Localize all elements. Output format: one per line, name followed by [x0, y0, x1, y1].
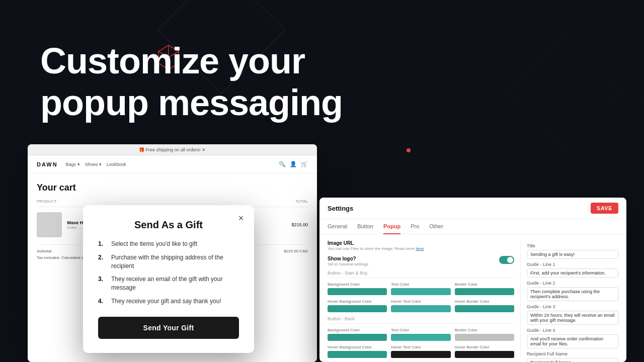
back-text-swatch[interactable] — [391, 334, 450, 341]
guide-line4-value[interactable]: And you'll receive order confirmation em… — [527, 334, 618, 348]
back-hover-border-swatch[interactable] — [455, 351, 514, 358]
bg-color-swatch[interactable] — [328, 288, 387, 295]
step-num-3: 3. — [98, 275, 107, 292]
image-url-link[interactable]: here — [416, 246, 424, 251]
hover-bg-field: Hover Background Color — [328, 299, 387, 312]
settings-col-left: Image URL You can use Files to store the… — [328, 240, 514, 357]
step-text-4: They receive your gift and say thank you… — [111, 297, 221, 306]
modal-steps: 1. Select the items you'd like to gift 2… — [98, 240, 239, 306]
back-hover-text-swatch[interactable] — [391, 351, 450, 358]
search-icon[interactable]: 🔍 — [279, 161, 286, 167]
nav-link-shoes[interactable]: Shoes ▾ — [85, 162, 102, 167]
step-num-1: 1. — [98, 240, 107, 248]
hover-text-field: Hover Text Color — [391, 299, 450, 312]
guide-line3-value[interactable]: Within 24 hours, they will receive an em… — [527, 311, 618, 325]
nav-link-lookbook[interactable]: Lookbook — [107, 162, 126, 167]
store-nav: DAWN Bags ▾ Shoes ▾ Lookbook 🔍 👤 🛒 — [28, 155, 317, 173]
headline-line1: Customize your — [40, 40, 343, 82]
step-text-1: Select the items you'd like to gift — [111, 240, 197, 248]
back-hover-text-label: Hover Text Color — [391, 345, 450, 349]
tab-pro[interactable]: Pro — [411, 219, 419, 234]
title-value[interactable]: Sending a gift is easy! — [527, 250, 618, 259]
guide-line2-value[interactable]: Then complete purchase using the recipie… — [527, 287, 618, 301]
guide-line1-value[interactable]: First, add your recipient's information. — [527, 268, 618, 278]
nav-link-bags[interactable]: Bags ▾ — [66, 162, 80, 167]
hover-border-swatch[interactable] — [455, 305, 514, 312]
show-logo-desc: Set in General settings — [328, 262, 368, 266]
button-start-divider: Button - Start & Buy — [328, 270, 514, 278]
cart-col-total: TOTAL — [295, 199, 308, 204]
step-text-2: Purchase with the shipping address of th… — [111, 253, 239, 270]
tab-general[interactable]: General — [328, 219, 347, 234]
text-color-swatch[interactable] — [391, 288, 450, 295]
cart-icon[interactable]: 🛒 — [301, 161, 308, 167]
hover-text-label: Hover Text Color — [391, 299, 450, 304]
back-hover-bg-field: Hover Background Color — [328, 345, 387, 358]
headline-line2: popup messaging — [40, 82, 343, 124]
modal-title: Send As a Gift — [98, 219, 239, 231]
hover-bg-swatch[interactable] — [328, 305, 387, 312]
store-nav-icons: 🔍 👤 🛒 — [279, 161, 308, 167]
back-hover-border-label: Hover Border Color — [455, 345, 514, 349]
cart-title: Your cart — [37, 183, 308, 193]
show-logo-label: Show logo? — [328, 256, 368, 261]
back-hover-bg-swatch[interactable] — [328, 351, 387, 358]
item-price: $215.00 — [291, 222, 308, 227]
recipient-name-value[interactable]: Recipient Full Name — [527, 358, 618, 362]
gift-modal: × Send As a Gift 1. Select the items you… — [83, 205, 254, 353]
guide-line4-label: Guide - Line 4 — [527, 328, 618, 333]
text-color-field: Text Color — [391, 282, 450, 295]
step-text-3: They receive an email of the gift with y… — [111, 275, 239, 292]
hover-text-swatch[interactable] — [391, 305, 450, 312]
title-label: Title — [527, 243, 618, 248]
modal-step-4: 4. They receive your gift and say thank … — [98, 297, 239, 306]
settings-panel: Settings SAVE General Button Popup Pro O… — [319, 198, 626, 362]
item-thumbnail — [37, 212, 62, 237]
red-dot — [407, 148, 411, 152]
image-url-desc: You can use Files to store the image. Re… — [328, 246, 514, 251]
toggle-knob — [507, 257, 513, 263]
save-button[interactable]: SAVE — [591, 203, 618, 214]
settings-col-right: Title Sending a gift is easy! Guide - Li… — [520, 240, 618, 357]
modal-step-3: 3. They receive an email of the gift wit… — [98, 275, 239, 292]
back-text-field: Text Color — [391, 328, 450, 341]
text-color-label: Text Color — [391, 282, 450, 287]
back-border-swatch[interactable] — [455, 334, 514, 341]
back-hover-border-field: Hover Border Color — [455, 345, 514, 358]
modal-close-button[interactable]: × — [235, 212, 247, 224]
hover-border-field: Hover Border Color — [455, 299, 514, 312]
settings-title: Settings — [328, 205, 353, 212]
tab-popup[interactable]: Popup — [383, 219, 400, 234]
border-color-field: Border Color — [455, 282, 514, 295]
bg-color-label: Background Color — [328, 282, 387, 287]
show-logo-group: Show logo? Set in General settings — [328, 256, 368, 266]
back-bg-field: Background Color — [328, 328, 387, 341]
step-num-2: 2. — [98, 253, 107, 270]
image-url-group: Image URL You can use Files to store the… — [328, 240, 514, 251]
send-gift-button[interactable]: Send Your Gift — [98, 317, 239, 339]
back-hover-bg-label: Hover Background Color — [328, 345, 387, 349]
modal-step-2: 2. Purchase with the shipping address of… — [98, 253, 239, 270]
guide-line3-label: Guide - Line 3 — [527, 304, 618, 309]
tab-other[interactable]: Other — [429, 219, 443, 234]
back-bg-label: Background Color — [328, 328, 387, 332]
color-row-hover: Hover Background Color Hover Text Color … — [328, 299, 514, 312]
cart-col-product: PRODUCT — [37, 199, 57, 204]
back-hover-row: Hover Background Color Hover Text Color … — [328, 345, 514, 358]
back-border-label: Border Color — [455, 328, 514, 332]
image-url-desc-text: You can use Files to store the image. Re… — [328, 246, 415, 251]
tab-button[interactable]: Button — [357, 219, 373, 234]
store-nav-links: Bags ▾ Shoes ▾ Lookbook — [66, 162, 126, 167]
back-bg-swatch[interactable] — [328, 334, 387, 341]
settings-header: Settings SAVE — [319, 198, 626, 219]
recipient-name-label: Recipient Full Name — [527, 351, 618, 356]
settings-body: Image URL You can use Files to store the… — [319, 234, 626, 362]
page-headline: Customize your popup messaging — [40, 40, 343, 124]
border-color-swatch[interactable] — [455, 288, 514, 295]
color-row-1: Background Color Text Color Border Color — [328, 282, 514, 295]
guide-line2-label: Guide - Line 2 — [527, 281, 618, 286]
show-logo-toggle[interactable] — [499, 256, 514, 264]
account-icon[interactable]: 👤 — [290, 161, 297, 167]
store-logo: DAWN — [37, 161, 58, 167]
back-hover-text-field: Hover Text Color — [391, 345, 450, 358]
